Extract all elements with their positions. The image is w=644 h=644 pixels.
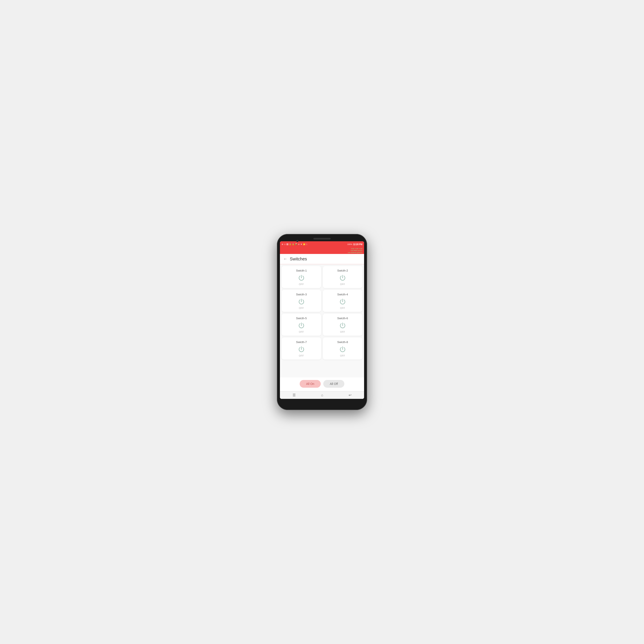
switch-name-3: Swicth-3 bbox=[296, 293, 307, 296]
switches-grid: Swicth-1 OFF Swicth-2 bbox=[282, 266, 362, 360]
switch-status-1: OFF bbox=[299, 283, 304, 286]
switch-status-4: OFF bbox=[340, 307, 345, 309]
all-on-button[interactable]: All On bbox=[300, 380, 321, 388]
status-icon-lock1: 🔒 bbox=[289, 243, 291, 245]
back-button[interactable]: ← bbox=[283, 257, 287, 261]
switch-status-6: OFF bbox=[340, 331, 345, 333]
switch-status-5: OFF bbox=[299, 331, 304, 333]
status-info: 5.59 / 4.59 / 4.84 com.RMS.service com.a… bbox=[280, 247, 364, 254]
switch-card-8[interactable]: Swicth-8 OFF bbox=[323, 337, 362, 360]
phone-screen: ⊕ ⚠ 🖼 🔒 🔒 📦 ⊖ ▼ 📶 □ 100% 12:20 PM 5.59 /… bbox=[280, 241, 364, 399]
switch-name-5: Swicth-5 bbox=[296, 317, 307, 320]
switch-card-5[interactable]: Swicth-5 OFF bbox=[282, 314, 321, 336]
power-icon-3 bbox=[298, 298, 305, 305]
switch-card-7[interactable]: Swicth-7 OFF bbox=[282, 337, 321, 360]
switch-name-2: Swicth-2 bbox=[337, 269, 348, 272]
switch-card-4[interactable]: Swicth-4 OFF bbox=[323, 290, 362, 312]
switch-status-3: OFF bbox=[299, 307, 304, 309]
switch-name-7: Swicth-7 bbox=[296, 340, 307, 344]
switch-name-6: Swicth-6 bbox=[337, 317, 348, 320]
power-icon-4 bbox=[339, 298, 346, 305]
status-info-text: 5.59 / 4.59 / 4.84 com.RMS.service com.a… bbox=[282, 248, 362, 254]
status-icons-left: ⊕ ⚠ 🖼 🔒 🔒 📦 ⊖ ▼ 📶 □ bbox=[282, 243, 307, 245]
phone-camera bbox=[296, 240, 298, 242]
power-icon-8 bbox=[339, 345, 346, 353]
power-icon-1 bbox=[298, 274, 305, 282]
status-icon-1: ⊕ bbox=[282, 243, 283, 245]
phone-speaker bbox=[313, 238, 331, 240]
main-content: Swicth-1 OFF Swicth-2 bbox=[280, 264, 364, 377]
phone-device: ⊕ ⚠ 🖼 🔒 🔒 📦 ⊖ ▼ 📶 □ 100% 12:20 PM 5.59 /… bbox=[277, 234, 367, 410]
status-icon-lock2: 🔒 bbox=[292, 243, 294, 245]
switch-card-2[interactable]: Swicth-2 OFF bbox=[323, 266, 362, 288]
status-icon-image: 🖼 bbox=[286, 243, 288, 245]
status-time: 12:20 PM bbox=[353, 243, 362, 246]
status-icon-box: 📦 bbox=[295, 243, 297, 245]
bottom-buttons: All On All Off bbox=[280, 377, 364, 391]
nav-bar: ☰ ⌂ ↩ bbox=[280, 391, 364, 399]
switch-status-2: OFF bbox=[340, 283, 345, 286]
app-header: ← Switches bbox=[280, 254, 364, 264]
power-icon-7 bbox=[298, 345, 305, 353]
status-icon-battery-placeholder: □ bbox=[306, 243, 307, 245]
nav-back-icon[interactable]: ↩ bbox=[349, 393, 351, 397]
switch-name-8: Swicth-8 bbox=[337, 340, 348, 344]
status-right: 100% 12:20 PM bbox=[347, 243, 362, 246]
switch-status-7: OFF bbox=[299, 354, 304, 357]
power-icon-6 bbox=[339, 322, 346, 329]
nav-home-icon[interactable]: ⌂ bbox=[321, 393, 323, 397]
switch-name-4: Swicth-4 bbox=[337, 293, 348, 296]
nav-menu-icon[interactable]: ☰ bbox=[293, 393, 296, 397]
status-icon-warning: ⚠ bbox=[284, 243, 286, 245]
switch-card-1[interactable]: Swicth-1 OFF bbox=[282, 266, 321, 288]
power-icon-5 bbox=[298, 322, 305, 329]
status-icon-wifi: ▼ bbox=[300, 243, 302, 245]
status-bar: ⊕ ⚠ 🖼 🔒 🔒 📦 ⊖ ▼ 📶 □ 100% 12:20 PM bbox=[280, 241, 364, 247]
switch-card-6[interactable]: Swicth-6 OFF bbox=[323, 314, 362, 336]
switch-card-3[interactable]: Swicth-3 OFF bbox=[282, 290, 321, 312]
power-icon-2 bbox=[339, 274, 346, 282]
status-icon-minus: ⊖ bbox=[298, 243, 300, 245]
switch-name-1: Swicth-1 bbox=[296, 269, 307, 272]
switch-status-8: OFF bbox=[340, 354, 345, 357]
page-title: Switches bbox=[290, 257, 307, 261]
status-icon-wifi2: 📶 bbox=[303, 243, 305, 245]
all-off-button[interactable]: All Off bbox=[323, 380, 344, 388]
battery-text: 100% bbox=[347, 243, 352, 245]
